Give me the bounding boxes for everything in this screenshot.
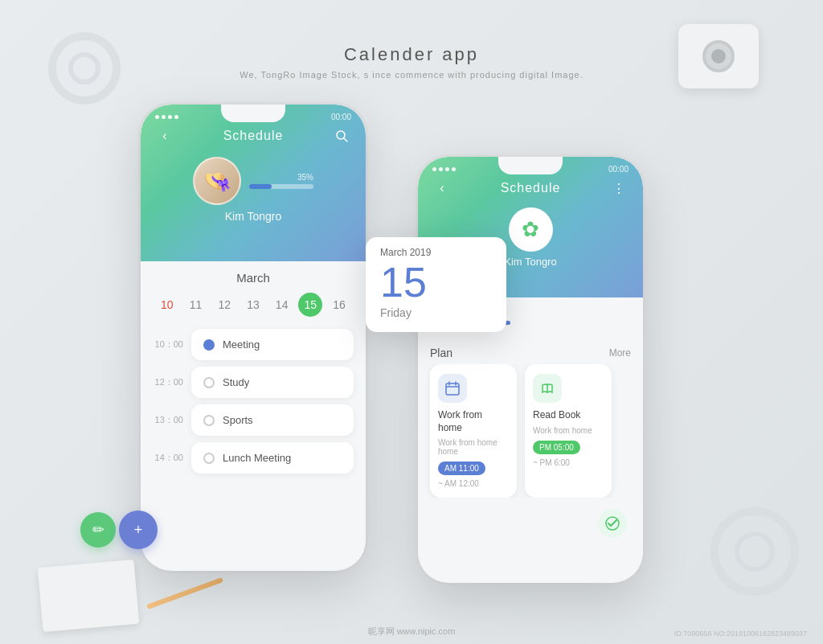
fab-add-button[interactable]: +	[119, 511, 158, 549]
phone2-nav-title: Schedule	[501, 181, 561, 195]
notebook-deco	[38, 560, 140, 632]
phone2-notch	[498, 157, 563, 174]
plan-card-work-name: Work from home	[438, 409, 509, 434]
schedule-card-sports[interactable]: Sports	[191, 404, 354, 436]
phone1-profile-area: 👒 35% Kim Tongro	[141, 157, 366, 223]
plan-card-work[interactable]: Work from home Work from home home AM 11…	[430, 364, 517, 498]
plan-card-work-sub: Work from home home	[438, 438, 509, 456]
time-label-sports: 13：00	[153, 414, 183, 426]
plan-card-work-icon	[438, 374, 467, 403]
popup-day-num: 15	[380, 261, 492, 303]
phone2-back-icon[interactable]: ‹	[434, 180, 450, 196]
phone2-plan-more[interactable]: More	[609, 347, 631, 359]
plan-card-book-name: Read Book	[533, 409, 580, 422]
popup-day-name: Friday	[380, 306, 492, 319]
phone1-search-icon[interactable]	[334, 128, 350, 144]
calendar-popup: March 2019 15 Friday	[366, 237, 506, 332]
phone2-status-dots	[432, 167, 456, 171]
date-10[interactable]: 10	[155, 293, 179, 317]
phone2-profile-name: Kim Tongro	[504, 256, 557, 268]
phone1-nav-title: Schedule	[223, 129, 284, 143]
schedule-name-lunch: Lunch Meeting	[223, 452, 291, 464]
phone1-time: 00:00	[331, 113, 351, 121]
phone2-dot-3	[445, 167, 449, 171]
date-15-today[interactable]: 15	[298, 293, 322, 317]
phone1-notch	[221, 105, 285, 122]
schedule-card-lunch[interactable]: Lunch Meeting	[191, 442, 354, 474]
phone2: 00:00 ‹ Schedule ⋮ ✿ Kim Tongro Plan Pla…	[418, 157, 643, 583]
status-dot-2	[162, 115, 166, 119]
schedule-row-study: 12：00 Study	[153, 367, 354, 398]
fab-edit-button[interactable]: ✏	[80, 512, 116, 548]
plan-card-book[interactable]: Read Book Work from home PM 05:00 ~ PM 6…	[525, 364, 612, 498]
schedule-row-sports: 13：00 Sports	[153, 404, 354, 436]
schedule-name-study: Study	[223, 376, 249, 388]
svg-rect-2	[446, 384, 459, 395]
phone2-time: 00:00	[608, 165, 629, 174]
phone1-date-row: 10 11 12 13 14 15 16	[153, 293, 354, 317]
phone2-plan-cards-title: Plan	[430, 347, 452, 359]
id-text: ID:7090656 NO:20191006162823489037	[674, 630, 807, 638]
phone2-navbar: ‹ Schedule ⋮	[418, 174, 643, 203]
phone2-dot-1	[432, 167, 436, 171]
page-subtitle: We, TongRo Image Stock, s ince commence …	[0, 70, 823, 80]
time-label-study: 12：00	[153, 376, 183, 388]
phone2-plan-cards-row: Work from home Work from home home AM 11…	[418, 364, 643, 498]
deco-circle-bottomright-inner	[735, 531, 775, 572]
phone1-avatar: 👒	[193, 157, 241, 205]
status-dot-1	[155, 115, 159, 119]
date-13[interactable]: 13	[241, 293, 265, 317]
phone2-dot-4	[452, 167, 456, 171]
watermark: 昵享网 www.nipic.com	[368, 626, 456, 638]
time-label-lunch: 14：00	[153, 452, 183, 464]
plan-card-book-icon	[533, 374, 562, 403]
phone2-avatar-icon: ✿	[522, 217, 539, 242]
dot-lunch	[203, 453, 215, 464]
page-title: Calender app	[0, 44, 823, 65]
popup-month: March 2019	[380, 247, 492, 258]
dot-study	[203, 377, 215, 388]
plan-card-work-time: AM 11:00	[438, 461, 485, 475]
plan-card-book-time-end: ~ PM 6:00	[533, 458, 570, 467]
phone2-dot-2	[439, 167, 443, 171]
dot-meeting	[203, 339, 215, 351]
plan-card-work-time-end: ~ AM 12:00	[438, 479, 479, 488]
phone1-back-icon[interactable]: ‹	[157, 128, 173, 144]
edit-icon: ✏	[92, 521, 104, 539]
phone1-month-title: March	[153, 271, 354, 285]
phone2-plan-cards-header: Plan More	[418, 340, 643, 364]
schedule-card-study[interactable]: Study	[191, 367, 354, 398]
phone1: 00:00 ‹ Schedule 👒 35%	[141, 105, 366, 571]
schedule-name-sports: Sports	[223, 414, 253, 426]
date-16[interactable]: 16	[327, 293, 351, 317]
plan-card-book-time: PM 05:00	[533, 441, 580, 454]
avatar-person-icon: 👒	[203, 168, 231, 195]
phone1-progress-fill	[249, 184, 272, 189]
phone1-navbar: ‹ Schedule	[141, 121, 366, 150]
phone1-status-dots	[155, 115, 178, 119]
date-11[interactable]: 11	[184, 293, 208, 317]
phone1-progress-bg	[249, 184, 313, 189]
phone2-avatar: ✿	[509, 207, 553, 252]
dot-sports	[203, 415, 215, 426]
schedule-name-meeting: Meeting	[223, 338, 260, 351]
schedule-card-meeting[interactable]: Meeting	[191, 329, 354, 360]
date-12[interactable]: 12	[212, 293, 236, 317]
phone1-progress-container: 35%	[249, 173, 313, 189]
date-14[interactable]: 14	[270, 293, 294, 317]
schedule-row-lunch: 14：00 Lunch Meeting	[153, 442, 354, 474]
status-dot-3	[168, 115, 172, 119]
plan-card-book-sub: Work from home	[533, 426, 592, 435]
page-title-area: Calender app We, TongRo Image Stock, s i…	[0, 44, 823, 80]
status-dot-4	[174, 115, 178, 119]
schedule-list: 10：00 Meeting 12：00 Study 13：00 Sports	[153, 329, 354, 474]
phone2-more-icon[interactable]: ⋮	[611, 180, 627, 196]
phone1-progress-label: 35%	[297, 173, 313, 182]
plan-card-icon3	[598, 509, 627, 538]
time-label-meeting: 10：00	[153, 338, 183, 351]
add-icon: +	[134, 522, 143, 539]
svg-line-1	[344, 138, 347, 142]
phone1-profile-name: Kim Tongro	[225, 210, 282, 223]
schedule-row-meeting: 10：00 Meeting	[153, 329, 354, 360]
phone1-body: March 10 11 12 13 14 15 16 10：00 Meeting…	[141, 261, 366, 483]
